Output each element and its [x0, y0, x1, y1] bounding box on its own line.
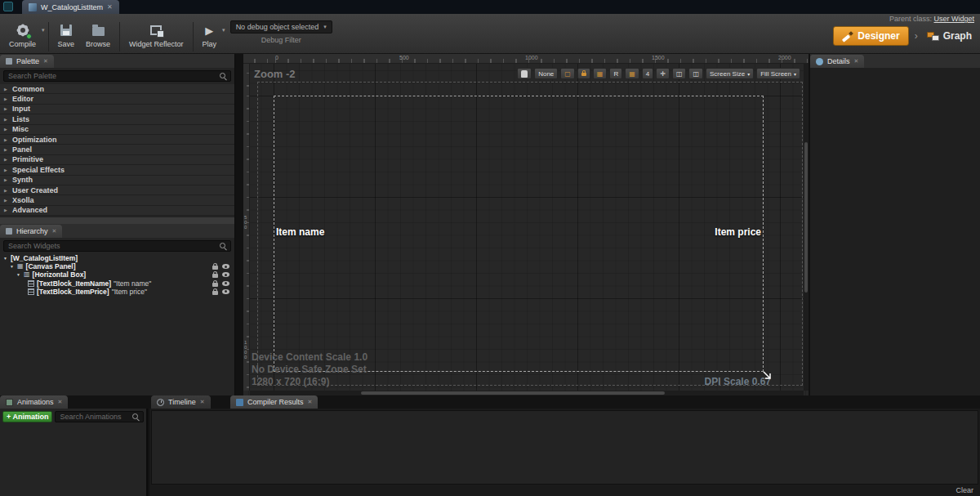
graph-label: Graph [943, 30, 972, 42]
horizontal-ruler: 0 500 1000 1500 2000 [243, 54, 808, 64]
palette-category-primitive[interactable]: ▶Primitive [0, 155, 234, 165]
save-button[interactable]: Save [52, 20, 81, 50]
tree-row-textblock-itemname[interactable]: [TextBlock_ItemName] "Item name" [0, 279, 234, 288]
timeline-tab[interactable]: Timeline ✕ [151, 395, 211, 409]
lock-icon[interactable] [212, 274, 218, 278]
fill-screen-dropdown[interactable]: Fill Screen ▾ [756, 68, 800, 79]
palette-category-editor[interactable]: ▶Editor [0, 94, 234, 104]
lock-widget-button[interactable] [577, 68, 590, 79]
expander-icon[interactable]: ▼ [2, 256, 8, 261]
designer-canvas[interactable]: 0 500 1000 1500 2000 500 1000 Zoom -2 No… [243, 54, 808, 395]
palette-category-optimization[interactable]: ▶Optimization [0, 135, 234, 145]
play-dropdown-icon[interactable]: ▾ [222, 27, 225, 34]
designer-mode-button[interactable]: Designer [833, 26, 908, 46]
palette-category-input[interactable]: ▶Input [0, 105, 234, 114]
item-name-widget[interactable]: Item name [276, 226, 324, 238]
expander-icon[interactable]: ▶ [4, 117, 9, 122]
palette-search-input[interactable] [3, 70, 231, 82]
browse-button[interactable]: Browse [80, 20, 116, 50]
palette-scrollbar[interactable] [0, 217, 234, 224]
close-icon[interactable]: ✕ [58, 399, 63, 405]
visibility-icon[interactable] [222, 289, 229, 294]
visibility-icon[interactable] [222, 264, 229, 269]
expander-icon[interactable]: ▼ [9, 264, 15, 269]
expander-icon[interactable]: ▶ [4, 157, 9, 162]
expander-icon[interactable]: ▶ [4, 87, 9, 92]
expander-icon[interactable]: ▶ [4, 198, 9, 203]
palette-category-lists[interactable]: ▶Lists [0, 114, 234, 124]
lock-icon[interactable] [212, 291, 218, 295]
palette-category-misc[interactable]: ▶Misc [0, 125, 234, 135]
expander-icon[interactable]: ▶ [4, 188, 9, 193]
cursor-mode-button[interactable] [517, 68, 532, 79]
grid-size-button[interactable]: 4 [642, 68, 653, 79]
flip-preview-button[interactable]: ◫ [672, 68, 687, 79]
lock-icon[interactable] [212, 283, 218, 287]
hierarchy-search-input[interactable] [3, 240, 231, 252]
localization-preview-button[interactable]: None [534, 68, 558, 79]
debug-object-section: No debug object selected ▾ Debug Filter [230, 20, 332, 44]
tree-row-textblock-itemprice[interactable]: [TextBlock_ItemPrice] "Item price" [0, 288, 234, 296]
expander-icon[interactable]: ▶ [4, 137, 9, 142]
close-icon[interactable]: ✕ [107, 3, 113, 11]
parent-class-value[interactable]: User Widget [933, 15, 974, 23]
add-animation-button[interactable]: + Animation [2, 411, 52, 422]
search-icon [220, 73, 227, 80]
compile-button[interactable]: Compile [3, 20, 42, 50]
tree-row-root[interactable]: ▼ [W_CatalogListItem] [0, 254, 234, 262]
device-content-scale: Device Content Scale 1.0 [252, 351, 368, 363]
respect-locks-button[interactable]: R [609, 68, 622, 79]
palette-category-panel[interactable]: ▶Panel [0, 145, 234, 154]
screen-size-dropdown[interactable]: Screen Size ▾ [706, 68, 754, 79]
compiler-results-tab[interactable]: Compiler Results ✕ [230, 395, 318, 409]
palette-category-advanced[interactable]: ▶Advanced [0, 206, 234, 216]
expander-icon[interactable]: ▶ [4, 127, 9, 132]
palette-category-synth[interactable]: ▶Synth [0, 176, 234, 185]
visibility-icon[interactable] [222, 272, 229, 277]
play-button[interactable]: ▶ Play [197, 20, 223, 50]
expander-icon[interactable]: ▶ [4, 147, 9, 152]
expander-icon[interactable]: ▶ [4, 168, 9, 172]
compile-dropdown-icon[interactable]: ▾ [42, 27, 45, 34]
debug-object-dropdown[interactable]: No debug object selected ▾ [230, 20, 332, 34]
mirror-preview-button[interactable]: ◫ [688, 68, 703, 79]
toolbar-separator [193, 22, 194, 51]
close-icon[interactable]: ✕ [200, 399, 205, 405]
expander-icon[interactable]: ▶ [4, 208, 9, 212]
details-tab[interactable]: Details ✕ [810, 55, 864, 68]
palette-category-xsolla[interactable]: ▶Xsolla [0, 195, 234, 205]
palette-category-special-effects[interactable]: ▶Special Effects [0, 165, 234, 175]
close-icon[interactable]: ✕ [43, 58, 48, 65]
animations-search-input[interactable] [55, 411, 144, 422]
anchor-button[interactable]: ▢ [560, 68, 575, 79]
clear-button[interactable]: Clear [956, 486, 973, 494]
item-price-widget[interactable]: Item price [715, 226, 761, 238]
widget-preview-bounds[interactable] [274, 96, 764, 372]
translate-mode-button[interactable]: ✛ [656, 68, 670, 79]
canvas-vertical-scrollbar[interactable] [804, 64, 808, 391]
ruler-mark: 0 [275, 55, 278, 60]
visibility-icon[interactable] [222, 281, 229, 286]
tree-row-canvas-panel[interactable]: ▼ ▦ [Canvas Panel] [0, 262, 234, 270]
document-tab[interactable]: W_CatalogListItem ✕ [22, 0, 119, 14]
hierarchy-icon [6, 228, 12, 235]
close-icon[interactable]: ✕ [52, 228, 57, 235]
hierarchy-tab[interactable]: Hierarchy ✕ [0, 225, 62, 238]
resize-handle-icon[interactable] [761, 369, 773, 381]
palette-category-common[interactable]: ▶Common [0, 84, 234, 94]
close-icon[interactable]: ✕ [308, 399, 313, 405]
palette-category-user-created[interactable]: ▶User Created [0, 185, 234, 195]
expander-icon[interactable]: ▶ [4, 106, 9, 111]
widget-reflector-button[interactable]: Widget Reflector [123, 20, 189, 50]
animations-tab[interactable]: Animations ✕ [0, 395, 68, 409]
expander-icon[interactable]: ▶ [4, 96, 9, 101]
graph-mode-button[interactable]: Graph [924, 27, 975, 45]
palette-tab[interactable]: Palette ✕ [0, 55, 54, 68]
lock-icon[interactable] [212, 266, 218, 270]
expander-icon[interactable]: ▶ [4, 177, 9, 182]
expander-icon[interactable]: ▼ [16, 272, 21, 277]
tree-row-horizontal-box[interactable]: ▼ ▥ [Horizontal Box] [0, 270, 234, 279]
outline-toggle-button[interactable]: ▦ [593, 68, 608, 79]
grid-snap-button[interactable]: ▦ [625, 68, 639, 79]
close-icon[interactable]: ✕ [854, 58, 859, 65]
